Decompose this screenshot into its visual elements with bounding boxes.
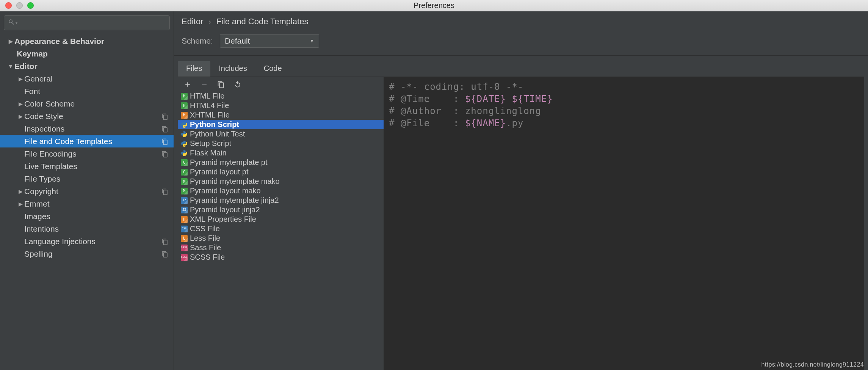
template-item[interactable]: Python Unit Test	[178, 129, 384, 139]
sidebar-item-label: Live Templates	[24, 162, 77, 171]
sidebar-item-label: Inspections	[24, 124, 64, 133]
template-item-label: Pyramid mytemplate mako	[190, 177, 280, 186]
file-type-icon: SCSS	[181, 254, 188, 261]
code-text: # @Author : zhonglinglong	[389, 106, 541, 116]
file-type-icon: H	[181, 216, 188, 223]
sidebar-item-live-templates[interactable]: Live Templates	[0, 160, 174, 172]
template-item[interactable]: HXML Properties File	[178, 215, 384, 224]
template-item-label: Pyramid mytemplate pt	[190, 158, 268, 167]
sidebar-item-file-encodings[interactable]: File Encodings	[0, 147, 174, 160]
file-type-icon: J2	[181, 197, 188, 204]
template-item-label: Flask Main	[190, 149, 227, 157]
template-item[interactable]: MPyramid layout mako	[178, 186, 384, 196]
sidebar-item-language-injections[interactable]: Language Injections	[0, 235, 174, 248]
sidebar-item-images[interactable]: Images	[0, 210, 174, 223]
file-type-icon: H	[181, 102, 188, 109]
search-icon	[8, 19, 15, 27]
sidebar-item-file-and-code-templates[interactable]: File and Code Templates	[0, 135, 174, 147]
template-item[interactable]: LLess File	[178, 234, 384, 243]
sidebar-item-label: File and Code Templates	[24, 137, 112, 146]
sidebar-item-inspections[interactable]: Inspections	[0, 122, 174, 135]
template-item[interactable]: Setup Script	[178, 139, 384, 148]
file-type-icon: M	[181, 178, 188, 185]
template-item[interactable]: MPyramid mytemplate mako	[178, 177, 384, 186]
sidebar-item-general[interactable]: ▶ General	[0, 72, 174, 85]
minimize-window-button[interactable]	[16, 2, 23, 9]
sidebar-item-copyright[interactable]: ▶ Copyright	[0, 185, 174, 198]
per-project-icon	[161, 151, 168, 157]
code-text: # @Time :	[389, 94, 465, 104]
sidebar-item-label: Intentions	[24, 224, 59, 234]
add-template-button[interactable]	[184, 81, 191, 88]
template-item[interactable]: Flask Main	[178, 148, 384, 158]
per-project-icon	[161, 251, 168, 257]
sidebar-item-color-scheme[interactable]: ▶ Color Scheme	[0, 97, 174, 110]
template-item[interactable]: SASSSass File	[178, 243, 384, 252]
template-item[interactable]: HHTML4 File	[178, 101, 384, 110]
sidebar-item-label: Code Style	[24, 112, 63, 121]
template-editor[interactable]: # -*- coding: utf-8 -*- # @Time : ${DATE…	[384, 77, 864, 370]
sidebar-item-label: General	[24, 74, 53, 83]
code-text: # -*- coding: utf-8 -*-	[389, 82, 523, 92]
template-list-panel: HHTML FileHHTML4 FileHXHTML FilePython S…	[178, 77, 384, 370]
per-project-icon	[161, 138, 168, 145]
preferences-tree: ▶ Appearance & Behavior Keymap ▼ Editor …	[0, 33, 174, 370]
file-type-icon: CSS	[181, 226, 188, 232]
sidebar-item-file-types[interactable]: File Types	[0, 172, 174, 185]
scheme-row: Scheme: Default ▼	[174, 28, 868, 55]
close-window-button[interactable]	[5, 2, 12, 9]
template-area: HHTML FileHHTML4 FileHXHTML FilePython S…	[178, 77, 864, 370]
template-item[interactable]: HHTML File	[178, 91, 384, 101]
template-item[interactable]: Python Script	[178, 120, 384, 129]
template-file-list: HHTML FileHHTML4 FileHXHTML FilePython S…	[178, 91, 384, 370]
template-item-label: Sass File	[190, 243, 221, 252]
tab-includes[interactable]: Includes	[210, 61, 255, 77]
per-project-icon	[161, 125, 168, 132]
tab-files[interactable]: Files	[178, 61, 210, 77]
zoom-window-button[interactable]	[27, 2, 34, 9]
chevron-down-icon: ▼	[310, 38, 314, 44]
preferences-sidebar: ▾ ▶ Appearance & Behavior Keymap ▼ Edito…	[0, 11, 174, 370]
sidebar-item-label: Editor	[14, 62, 38, 71]
sidebar-item-editor[interactable]: ▼ Editor	[0, 60, 174, 72]
template-item[interactable]: J2Pyramid layout jinja2	[178, 205, 384, 215]
reset-template-button[interactable]	[234, 81, 241, 88]
sidebar-item-emmet[interactable]: ▶ Emmet	[0, 198, 174, 210]
template-toolbar	[178, 77, 384, 91]
copy-template-button[interactable]	[217, 81, 225, 88]
template-item-label: Pyramid layout mako	[190, 187, 261, 195]
sidebar-item-code-style[interactable]: ▶ Code Style	[0, 110, 174, 122]
sidebar-item-label: Language Injections	[24, 237, 96, 246]
code-text: # @File :	[389, 118, 465, 129]
sidebar-item-label: File Types	[24, 174, 60, 183]
sidebar-item-appearance-behavior[interactable]: ▶ Appearance & Behavior	[0, 35, 174, 47]
sidebar-item-keymap[interactable]: Keymap	[0, 47, 174, 60]
template-item[interactable]: CPyramid layout pt	[178, 167, 384, 177]
per-project-icon	[161, 113, 168, 120]
template-item[interactable]: SCSSSCSS File	[178, 252, 384, 262]
scheme-select[interactable]: Default ▼	[220, 34, 319, 48]
template-item[interactable]: CSSCSS File	[178, 224, 384, 234]
breadcrumb: Editor › File and Code Templates	[182, 17, 860, 27]
template-item-label: HTML File	[190, 92, 224, 100]
window-title: Preferences	[0, 1, 868, 10]
code-variable: ${TIME}	[512, 94, 553, 104]
sidebar-item-label: Keymap	[17, 49, 48, 58]
remove-template-button[interactable]	[201, 81, 208, 88]
template-item-label: Setup Script	[190, 139, 231, 148]
search-history-dropdown-icon[interactable]: ▾	[16, 21, 17, 25]
template-item[interactable]: J2Pyramid mytemplate jinja2	[178, 196, 384, 205]
template-item[interactable]: CPyramid mytemplate pt	[178, 158, 384, 167]
file-type-icon: M	[181, 188, 188, 194]
window-titlebar: Preferences	[0, 0, 868, 11]
chevron-right-icon: ▶	[17, 76, 24, 82]
sidebar-item-spelling[interactable]: Spelling	[0, 248, 174, 260]
template-item[interactable]: HXHTML File	[178, 110, 384, 120]
template-item-label: HTML4 File	[190, 101, 229, 110]
search-input[interactable]: ▾	[4, 15, 170, 30]
breadcrumb-root[interactable]: Editor	[182, 17, 203, 27]
main-area: ▾ ▶ Appearance & Behavior Keymap ▼ Edito…	[0, 11, 868, 370]
sidebar-item-font[interactable]: Font	[0, 85, 174, 97]
sidebar-item-intentions[interactable]: Intentions	[0, 223, 174, 235]
tab-code[interactable]: Code	[255, 61, 290, 77]
